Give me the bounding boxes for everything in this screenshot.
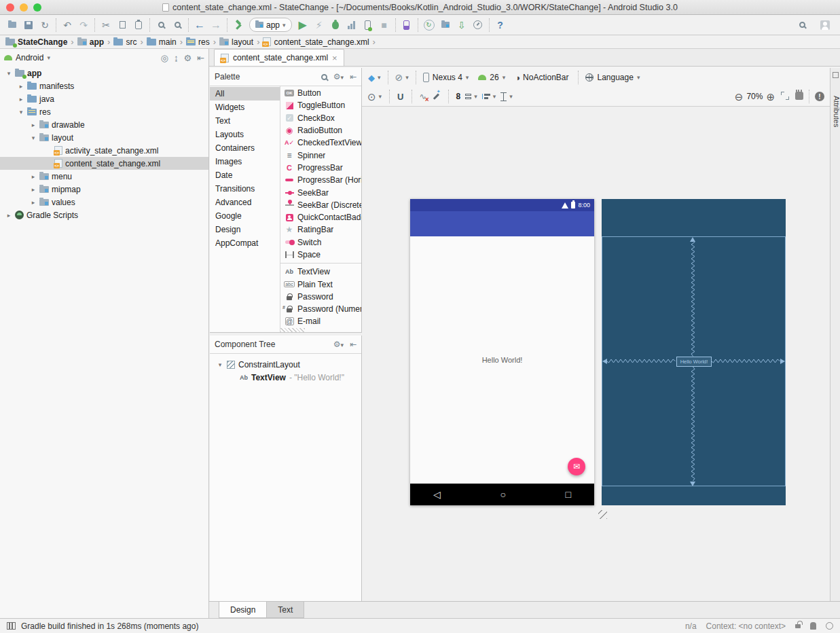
- lock-icon[interactable]: [795, 624, 801, 628]
- apply-changes-button[interactable]: ⚡: [311, 17, 327, 33]
- hide-panel-button[interactable]: ⇤: [197, 53, 204, 63]
- tree-item-menu[interactable]: ▸menu: [0, 170, 208, 183]
- palette-item-button[interactable]: OKButton: [280, 87, 361, 99]
- design-preview[interactable]: 8:00 Hello World! ✉ ◁ ○ □: [410, 199, 594, 505]
- expand-arrow-icon[interactable]: ▸: [30, 186, 37, 193]
- palette-item-quickcontactbadge[interactable]: QuickContactBadge: [280, 211, 361, 223]
- palette-category-google[interactable]: Google: [210, 209, 280, 223]
- layout-inspector-button[interactable]: [399, 17, 415, 33]
- nav-home-icon[interactable]: ○: [500, 489, 505, 500]
- palette-item-checkedtextview[interactable]: A✓CheckedTextView: [280, 137, 361, 149]
- inspections-icon[interactable]: [810, 622, 816, 630]
- debug-button[interactable]: [327, 17, 344, 33]
- toolwindow-toggle-icon[interactable]: [7, 622, 16, 630]
- palette-category-containers[interactable]: Containers: [210, 141, 280, 155]
- help-button[interactable]: ?: [492, 17, 509, 33]
- expand-arrow-icon[interactable]: ▸: [5, 212, 12, 219]
- search-everywhere-button[interactable]: [794, 17, 810, 33]
- tree-item-app[interactable]: ▾app: [0, 67, 208, 79]
- sdk-manager-button[interactable]: ⇩: [454, 17, 470, 33]
- zoom-fit-button[interactable]: [781, 92, 789, 102]
- zoom-in-button[interactable]: ⊕: [766, 92, 775, 102]
- palette-item-ratingbar[interactable]: ★RatingBar: [280, 223, 361, 236]
- palette-item-progressbar[interactable]: CProgressBar: [280, 162, 361, 174]
- palette-item-checkbox[interactable]: ✓CheckBox: [280, 112, 361, 124]
- tree-item-java[interactable]: ▸java: [0, 92, 208, 105]
- tree-item-res[interactable]: ▾res: [0, 105, 208, 118]
- palette-category-all[interactable]: All: [210, 87, 280, 101]
- expand-arrow-icon[interactable]: ▸: [18, 96, 24, 103]
- editor-tab[interactable]: content_state_change.xml ×: [214, 49, 344, 66]
- tab-text[interactable]: Text: [267, 602, 304, 618]
- avd-manager-button[interactable]: [470, 17, 486, 33]
- tree-item-mipmap[interactable]: ▸mipmap: [0, 183, 208, 196]
- palette-scrollbar[interactable]: [280, 328, 305, 332]
- open-button[interactable]: [4, 17, 20, 33]
- cut-button[interactable]: ✂: [98, 17, 114, 33]
- blueprint-preview[interactable]: Hello World!: [602, 199, 786, 505]
- paste-button[interactable]: [130, 17, 147, 33]
- palette-item-plaintext[interactable]: abcPlain Text: [280, 278, 361, 290]
- palette-category-appcompat[interactable]: AppCompat: [210, 236, 280, 250]
- infer-constraints-button[interactable]: [431, 91, 441, 103]
- palette-item-email[interactable]: @E-mail: [280, 315, 361, 327]
- attach-debugger-button[interactable]: [360, 17, 376, 33]
- context-indicator[interactable]: Context: <no context>: [706, 621, 786, 631]
- design-variant-select[interactable]: ◆▾: [368, 73, 381, 83]
- collapse-arrow-icon[interactable]: ▾: [217, 361, 223, 368]
- palette-item-space[interactable]: Space: [280, 249, 361, 261]
- tree-item-drawable[interactable]: ▸drawable: [0, 118, 208, 131]
- collapse-arrow-icon[interactable]: ▾: [30, 134, 37, 141]
- palette-category-widgets[interactable]: Widgets: [210, 101, 280, 114]
- locate-file-button[interactable]: ◎: [161, 53, 168, 63]
- profiler-button[interactable]: [344, 17, 360, 33]
- palette-item-textview[interactable]: AbTextView: [280, 266, 361, 278]
- forward-button[interactable]: →: [208, 17, 224, 33]
- project-view-selector[interactable]: Android: [16, 53, 43, 62]
- preview-hello-text[interactable]: Hello World!: [410, 356, 594, 364]
- errors-button[interactable]: !: [815, 92, 824, 102]
- palette-category-images[interactable]: Images: [210, 155, 280, 168]
- palette-item-password-numeric[interactable]: #Password (Numeric): [280, 303, 361, 315]
- tree-item-manifests[interactable]: ▸manifests: [0, 79, 208, 92]
- run-button[interactable]: ▶: [295, 17, 311, 33]
- palette-category-text[interactable]: Text: [210, 114, 280, 128]
- device-select[interactable]: Nexus 4▾: [423, 73, 469, 82]
- gradle-sync-button[interactable]: ↻: [421, 17, 437, 33]
- attributes-tab[interactable]: Attributes: [830, 96, 840, 127]
- make-project-button[interactable]: [230, 17, 246, 33]
- preview-fab[interactable]: ✉: [568, 458, 585, 475]
- palette-search-icon[interactable]: [321, 74, 327, 80]
- copy-button[interactable]: [114, 17, 130, 33]
- locale-select[interactable]: Language▾: [585, 73, 640, 82]
- collapse-arrow-icon[interactable]: ▾: [18, 109, 24, 115]
- undo-button[interactable]: ↶: [59, 17, 75, 33]
- stop-button[interactable]: ■: [376, 17, 392, 33]
- palette-category-layouts[interactable]: Layouts: [210, 128, 280, 141]
- palette-item-spinner[interactable]: ≡Spinner: [280, 149, 361, 161]
- captures-button[interactable]: [437, 17, 454, 33]
- palette-item-radiobutton[interactable]: ◉RadioButton: [280, 124, 361, 137]
- breadcrumb-app[interactable]: app: [77, 37, 104, 47]
- tree-item-activity-xml[interactable]: activity_state_change.xml: [0, 144, 208, 157]
- collapse-arrow-icon[interactable]: ▾: [5, 70, 12, 77]
- nav-back-icon[interactable]: ◁: [433, 489, 441, 500]
- status-message[interactable]: Gradle build finished in 1s 268ms (momen…: [21, 621, 198, 631]
- design-canvas[interactable]: 8:00 Hello World! ✉ ◁ ○ □ Hello World!: [362, 107, 830, 601]
- tree-item-content-xml[interactable]: content_state_change.xml: [0, 157, 208, 170]
- palette-category-advanced[interactable]: Advanced: [210, 196, 280, 209]
- palette-item-seekbar-discrete[interactable]: SeekBar (Discrete): [280, 199, 361, 211]
- sync-button[interactable]: ↻: [37, 17, 53, 33]
- component-tree-gear-icon[interactable]: ⚙▾: [333, 340, 344, 349]
- tree-item-layout[interactable]: ▾layout: [0, 131, 208, 144]
- clear-constraints-button[interactable]: ∿: [420, 92, 426, 101]
- breadcrumb-main[interactable]: main: [147, 37, 177, 47]
- save-button[interactable]: [20, 17, 37, 33]
- palette-item-togglebutton[interactable]: ToggleButton: [280, 99, 361, 111]
- tab-design[interactable]: Design: [219, 602, 267, 618]
- breadcrumb-src[interactable]: src: [113, 37, 136, 47]
- close-tab-icon[interactable]: ×: [332, 53, 337, 63]
- pack-button[interactable]: ▾: [465, 93, 477, 100]
- replace-button[interactable]: [169, 17, 185, 33]
- palette-category-design[interactable]: Design: [210, 223, 280, 236]
